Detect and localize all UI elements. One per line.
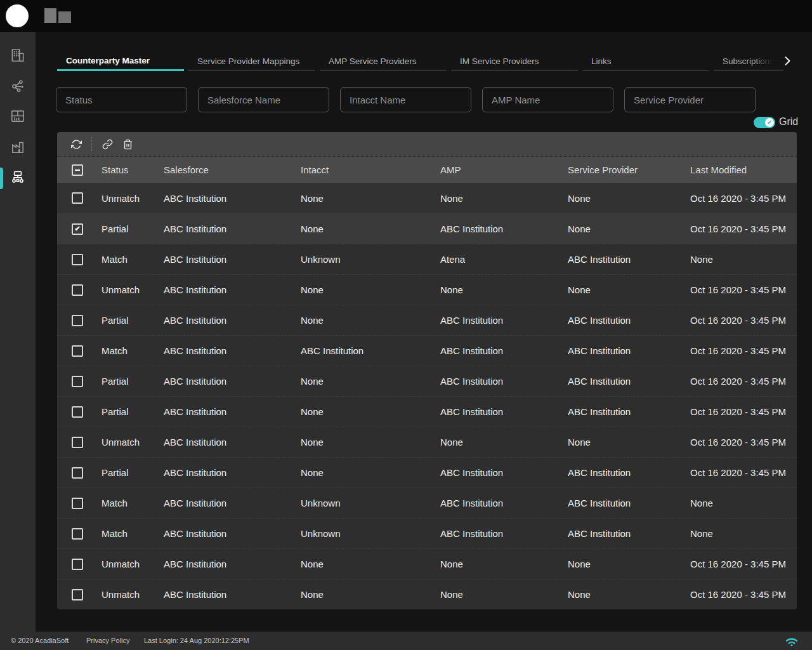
table-row[interactable]: MatchABC InstitutionUnknownABC Instituti… bbox=[57, 488, 797, 518]
last-login-text: Last Login: 24 Aug 2020:12:25PM bbox=[144, 632, 249, 650]
table-row[interactable]: PartialABC InstitutionNoneABC Institutio… bbox=[57, 366, 797, 396]
row-checkbox[interactable] bbox=[72, 345, 83, 357]
sidebar-item-hierarchy[interactable] bbox=[0, 163, 36, 194]
row-checkbox[interactable] bbox=[72, 376, 83, 387]
cell-service-provider: None bbox=[568, 437, 690, 448]
table-row[interactable]: UnmatchABC InstitutionNoneNoneNoneOct 16… bbox=[57, 548, 797, 579]
table-row[interactable]: PartialABC InstitutionNoneABC Institutio… bbox=[57, 457, 797, 488]
cell-status: Partial bbox=[102, 223, 164, 234]
sidebar-item-buildings[interactable] bbox=[0, 41, 36, 72]
table-row[interactable]: UnmatchABC InstitutionNoneNoneNoneOct 16… bbox=[57, 274, 797, 305]
tab-subscriptions[interactable]: Subscriptions bbox=[714, 51, 783, 71]
cell-amp: ABC Institution bbox=[440, 315, 568, 326]
cell-last-modified: None bbox=[690, 498, 797, 508]
column-header[interactable]: Last Modified bbox=[690, 164, 797, 175]
tab-service-provider-mappings[interactable]: Service Provider Mappings bbox=[188, 51, 315, 71]
cell-status: Unmatch bbox=[102, 193, 164, 204]
cell-amp: ABC Institution bbox=[440, 345, 568, 356]
cell-last-modified: Oct 16 2020 - 3:45 PM bbox=[690, 223, 797, 234]
delete-button[interactable] bbox=[122, 139, 133, 150]
table-row[interactable]: MatchABC InstitutionUnknownABC Instituti… bbox=[57, 518, 797, 548]
tab-links[interactable]: Links bbox=[582, 51, 709, 71]
sidebar-item-network[interactable] bbox=[0, 72, 36, 102]
buildings-icon bbox=[10, 47, 26, 66]
refresh-button[interactable] bbox=[71, 139, 82, 150]
table-row[interactable]: UnmatchABC InstitutionNoneNoneNoneOct 16… bbox=[57, 427, 797, 457]
logo-block-icon bbox=[44, 8, 56, 23]
column-header[interactable]: Salesforce bbox=[164, 164, 301, 175]
cell-status: Unmatch bbox=[102, 284, 164, 295]
row-checkbox[interactable] bbox=[72, 559, 83, 570]
tab-im-service-providers[interactable]: IM Service Providers bbox=[451, 51, 578, 71]
row-checkbox[interactable] bbox=[72, 498, 83, 509]
privacy-policy-link[interactable]: Privacy Policy bbox=[86, 632, 129, 650]
row-checkbox[interactable] bbox=[72, 528, 83, 540]
row-checkbox[interactable] bbox=[72, 192, 83, 204]
cell-amp: None bbox=[440, 284, 568, 295]
cell-salesforce: ABC Institution bbox=[164, 467, 301, 478]
row-checkbox[interactable] bbox=[72, 467, 83, 479]
tab-label: Subscriptions bbox=[723, 56, 774, 66]
cell-status: Unmatch bbox=[102, 437, 164, 448]
cell-status: Match bbox=[102, 345, 164, 356]
grid-toggle[interactable]: ✔ bbox=[754, 117, 775, 128]
tab-label: Counterparty Master bbox=[66, 56, 150, 65]
sidebar-item-dashboard[interactable] bbox=[0, 102, 36, 133]
cell-salesforce: ABC Institution bbox=[164, 254, 301, 265]
filter-input-salesforce-name[interactable] bbox=[198, 87, 329, 112]
row-checkbox[interactable] bbox=[72, 589, 83, 600]
footer: © 2020 AcadiaSoft Privacy Policy Last Lo… bbox=[0, 632, 812, 650]
table-row[interactable]: PartialABC InstitutionNoneABC Institutio… bbox=[57, 213, 797, 244]
cell-intacct: None bbox=[301, 406, 440, 417]
app-logo bbox=[6, 4, 29, 27]
table-row[interactable]: UnmatchABC InstitutionNoneNoneNoneOct 16… bbox=[57, 183, 797, 213]
cell-amp: ABC Institution bbox=[440, 498, 568, 508]
table-row[interactable]: PartialABC InstitutionNoneABC Institutio… bbox=[57, 305, 797, 335]
row-checkbox[interactable] bbox=[72, 254, 83, 265]
cell-status: Match bbox=[102, 528, 164, 539]
filter-input-service-provider[interactable] bbox=[624, 87, 756, 112]
chevron-right-icon bbox=[781, 55, 794, 67]
row-checkbox[interactable] bbox=[72, 437, 83, 448]
row-checkbox[interactable] bbox=[72, 284, 83, 296]
table-row[interactable]: PartialABC InstitutionNoneABC Institutio… bbox=[57, 396, 797, 427]
table-row[interactable]: MatchABC InstitutionUnknownAtenaABC Inst… bbox=[57, 244, 797, 274]
row-checkbox[interactable] bbox=[72, 315, 83, 326]
filter-bar bbox=[56, 87, 756, 112]
column-header[interactable]: Service Provider bbox=[568, 164, 690, 175]
cell-last-modified: Oct 16 2020 - 3:45 PM bbox=[690, 376, 797, 387]
column-header[interactable]: Intacct bbox=[301, 164, 440, 175]
cell-service-provider: ABC Institution bbox=[568, 528, 690, 539]
cell-intacct: None bbox=[301, 589, 440, 600]
sidebar-item-factory[interactable] bbox=[0, 133, 36, 163]
copyright-text: © 2020 AcadiaSoft bbox=[11, 632, 69, 650]
row-checkbox[interactable] bbox=[72, 406, 83, 418]
cell-amp: ABC Institution bbox=[440, 528, 568, 539]
column-header[interactable]: Status bbox=[102, 164, 164, 175]
cell-last-modified: Oct 16 2020 - 3:45 PM bbox=[690, 315, 797, 326]
dashboard-icon bbox=[10, 108, 26, 127]
column-header[interactable]: AMP bbox=[440, 164, 568, 175]
cell-last-modified: Oct 16 2020 - 3:45 PM bbox=[690, 193, 797, 204]
table-row[interactable]: MatchABC InstitutionABC InstitutionABC I… bbox=[57, 335, 797, 366]
toggle-knob: ✔ bbox=[765, 118, 774, 127]
select-all-checkbox[interactable] bbox=[72, 164, 83, 176]
cell-service-provider: None bbox=[568, 284, 690, 295]
tab-amp-service-providers[interactable]: AMP Service Providers bbox=[320, 51, 447, 71]
filter-input-status[interactable] bbox=[56, 87, 187, 112]
active-indicator bbox=[0, 168, 3, 189]
cell-last-modified: None bbox=[690, 528, 797, 539]
filter-input-intacct-name[interactable] bbox=[340, 87, 471, 112]
cell-service-provider: ABC Institution bbox=[568, 376, 690, 387]
row-checkbox[interactable] bbox=[72, 223, 83, 235]
cell-amp: ABC Institution bbox=[440, 467, 568, 478]
tab-label: Links bbox=[591, 56, 612, 66]
cell-service-provider: ABC Institution bbox=[568, 254, 690, 265]
tabs-scroll-right-button[interactable] bbox=[781, 55, 794, 67]
cell-salesforce: ABC Institution bbox=[164, 345, 301, 356]
filter-input-amp-name[interactable] bbox=[482, 87, 613, 112]
table-row[interactable]: UnmatchABC InstitutionNoneNoneNoneOct 16… bbox=[57, 579, 797, 609]
link-button[interactable] bbox=[102, 139, 113, 150]
cell-salesforce: ABC Institution bbox=[164, 284, 301, 295]
tab-counterparty-master[interactable]: Counterparty Master bbox=[57, 51, 184, 71]
